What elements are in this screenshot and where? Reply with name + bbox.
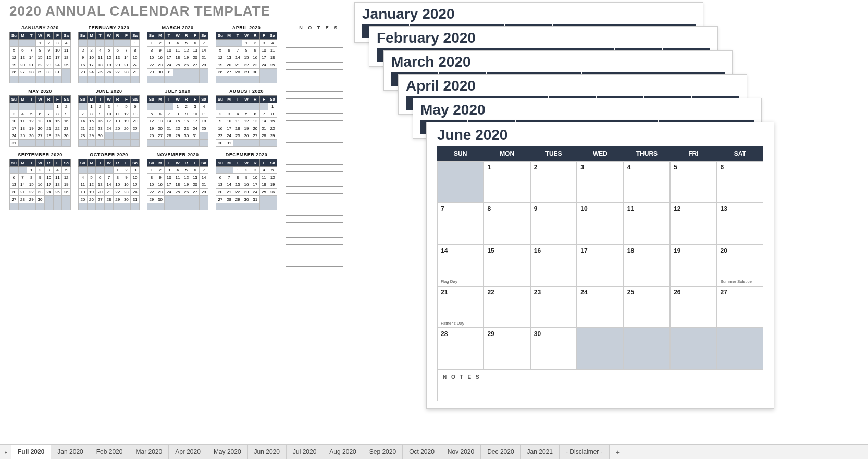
mini-day-cell: 12 <box>105 54 114 61</box>
mini-day-cell <box>216 203 225 210</box>
mini-day-cell <box>173 76 182 83</box>
day-cell: 18 <box>624 244 670 286</box>
mini-day-cell: 28 <box>79 132 88 140</box>
mini-day-cell: 27 <box>191 61 200 69</box>
mini-day-cell: 13 <box>18 54 27 61</box>
add-tab-button[interactable]: + <box>610 445 626 459</box>
mini-day-cell <box>233 203 242 210</box>
day-cell: 7 <box>437 203 483 244</box>
day-number: 12 <box>674 205 713 213</box>
sheet-tab[interactable]: Oct 2020 <box>403 445 441 459</box>
mini-day-header: Sa <box>62 32 71 40</box>
mini-day-cell: 9 <box>44 47 53 54</box>
mini-day-cell: 20 <box>156 125 165 132</box>
mini-day-cell: 28 <box>200 189 208 196</box>
sheet-tab[interactable]: Jun 2020 <box>248 445 287 459</box>
mini-day-cell: 5 <box>182 167 191 174</box>
mini-day-cell: 17 <box>87 61 96 69</box>
mini-day-header: Sa <box>268 32 277 40</box>
day-number: 15 <box>487 247 526 254</box>
mini-day-header: T <box>233 32 242 40</box>
mini-day-cell: 11 <box>53 174 62 181</box>
sheet-tab[interactable]: Apr 2020 <box>169 445 207 459</box>
mini-day-header: M <box>87 96 96 103</box>
mini-day-cell: 12 <box>27 118 36 125</box>
sheet-tab[interactable]: Feb 2020 <box>90 445 130 459</box>
mini-day-cell: 10 <box>165 174 173 181</box>
mini-day-cell: 22 <box>36 61 45 69</box>
mini-day-cell: 23 <box>216 132 225 140</box>
day-cell: 8 <box>483 203 530 244</box>
mini-day-cell: 16 <box>156 181 165 189</box>
mini-day-cell: 28 <box>18 196 27 203</box>
mini-day-header: F <box>53 32 62 40</box>
mini-day-cell <box>36 103 45 110</box>
mini-day-cell: 15 <box>147 181 156 189</box>
day-cell: 2 <box>530 161 577 203</box>
mini-day-cell: 19 <box>62 181 71 189</box>
sheet-tab[interactable]: May 2020 <box>207 445 248 459</box>
day-header-cell: MON <box>483 146 530 161</box>
sheet-tab[interactable]: Nov 2020 <box>441 445 481 459</box>
mini-day-cell: 30 <box>36 196 45 203</box>
mini-day-cell: 27 <box>18 69 27 76</box>
note-line <box>286 63 343 70</box>
sheet-tab[interactable]: Jan 2020 <box>51 445 90 459</box>
sheet-tab[interactable]: Jan 2021 <box>521 445 560 459</box>
mini-day-cell: 19 <box>216 61 225 69</box>
day-event: Flag Day <box>441 279 457 284</box>
mini-day-cell: 11 <box>62 47 71 54</box>
day-cell: 26 <box>670 286 716 328</box>
mini-day-header: Su <box>10 32 19 40</box>
mini-day-cell: 18 <box>173 181 182 189</box>
mini-day-cell: 2 <box>251 40 259 47</box>
note-line <box>286 135 343 143</box>
mini-day-cell: 18 <box>62 54 71 61</box>
mini-day-cell <box>200 140 208 147</box>
day-number: 28 <box>441 330 480 338</box>
mini-day-cell: 27 <box>131 125 140 132</box>
mini-day-cell: 17 <box>131 181 140 189</box>
mini-day-cell <box>122 40 131 47</box>
mini-day-cell: 4 <box>173 40 182 47</box>
mini-day-cell <box>259 203 268 210</box>
note-line <box>286 230 343 238</box>
sheet-tab[interactable]: Sep 2020 <box>363 445 403 459</box>
mini-day-cell: 12 <box>62 174 71 181</box>
mini-day-cell: 13 <box>225 54 233 61</box>
mini-day-cell: 3 <box>251 167 259 174</box>
sheet-tab[interactable]: Jul 2020 <box>287 445 323 459</box>
mini-day-cell: 5 <box>62 167 71 174</box>
mini-month-title: OCTOBER 2020 <box>78 152 140 157</box>
mini-day-header: Su <box>147 96 156 103</box>
mini-day-cell: 23 <box>44 61 53 69</box>
mini-day-cell: 20 <box>191 54 200 61</box>
mini-day-cell: 21 <box>233 61 242 69</box>
mini-day-cell: 14 <box>44 118 53 125</box>
mini-day-cell <box>27 203 36 210</box>
day-number: 6 <box>721 164 760 171</box>
sheet-tab[interactable]: Aug 2020 <box>323 445 363 459</box>
note-line <box>286 55 343 63</box>
mini-day-cell <box>18 76 27 83</box>
sheet-tab[interactable]: Dec 2020 <box>481 445 520 459</box>
mini-day-cell: 21 <box>79 125 88 132</box>
mini-day-cell: 15 <box>147 54 156 61</box>
sheet-tab[interactable]: Full 2020 <box>11 445 51 459</box>
mini-day-cell: 9 <box>122 174 131 181</box>
mini-day-cell: 2 <box>182 103 191 110</box>
month-card-title: April 2020 <box>399 75 747 96</box>
mini-day-cell <box>173 196 182 203</box>
sheet-tab[interactable]: Mar 2020 <box>129 445 169 459</box>
mini-day-cell: 27 <box>113 69 122 76</box>
mini-day-cell: 31 <box>131 196 140 203</box>
tab-nav-left-icon[interactable]: ▸ <box>0 449 11 455</box>
mini-day-header: W <box>173 96 182 103</box>
mini-day-header: W <box>242 159 251 167</box>
mini-day-cell: 11 <box>268 47 277 54</box>
sheet-tab[interactable]: - Disclaimer - <box>560 445 610 459</box>
mini-day-header: M <box>18 96 27 103</box>
mini-day-cell: 28 <box>122 69 131 76</box>
mini-day-cell: 25 <box>113 125 122 132</box>
mini-day-cell: 21 <box>27 61 36 69</box>
